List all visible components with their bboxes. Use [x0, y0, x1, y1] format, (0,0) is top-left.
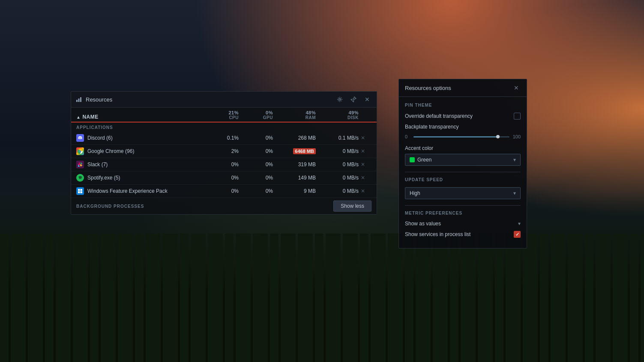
update-speed-value: High [410, 190, 420, 196]
slider-min: 0 [405, 134, 410, 139]
accent-color-chevron-icon: ▾ [513, 157, 516, 163]
show-less-button[interactable]: Show less [333, 200, 371, 212]
chrome-ram: 6468 MB [273, 148, 316, 154]
show-services-row: Show services in process list [405, 231, 521, 238]
override-transparency-checkbox[interactable] [514, 113, 521, 120]
options-titlebar: Resources options ✕ [399, 79, 527, 97]
close-button[interactable]: ✕ [362, 94, 372, 105]
windows-ram: 9 MB [273, 188, 316, 194]
discord-cpu: 0.1% [196, 135, 239, 141]
backplate-transparency-slider-row: 0 100 [405, 134, 521, 139]
pin-button[interactable] [348, 94, 359, 105]
discord-ram: 268 MB [273, 135, 316, 141]
options-panel-title: Resources options [405, 85, 451, 91]
svg-point-3 [339, 99, 341, 100]
svg-point-6 [79, 150, 81, 152]
spotify-disk: 0 MB/s [316, 175, 359, 181]
accent-color-row: Accent color Green ▾ [405, 145, 521, 166]
accent-color-dot [410, 157, 415, 162]
svg-rect-19 [81, 191, 83, 194]
spotify-ram: 149 MB [273, 175, 316, 181]
resources-window-icon [75, 96, 82, 103]
chrome-icon [76, 147, 84, 155]
slack-cpu: 0% [196, 162, 239, 168]
settings-button[interactable] [335, 94, 345, 105]
backplate-transparency-label: Backplate transparency [405, 124, 458, 130]
slack-icon [76, 161, 84, 168]
slider-container: 0 100 [405, 134, 521, 139]
col-ram-header: 48% RAM [273, 110, 316, 120]
table-row: Windows Feature Experience Pack 0% 0% 9 … [71, 185, 377, 198]
svg-rect-16 [78, 189, 80, 191]
svg-rect-8 [78, 164, 81, 165]
slider-thumb [496, 135, 500, 138]
applications-section-label: APPLICATIONS [71, 123, 377, 132]
spotify-icon [76, 174, 84, 182]
col-disk-header: 49% DISK [316, 110, 359, 120]
windows-icon [76, 187, 84, 195]
svg-rect-18 [78, 191, 80, 194]
chrome-gpu: 0% [239, 148, 273, 154]
svg-rect-14 [78, 166, 80, 167]
chrome-close-button[interactable]: ✕ [359, 147, 367, 156]
show-as-values-row: Show as values ▾ [405, 221, 521, 227]
override-transparency-row: Override default transparency [405, 113, 521, 120]
resources-window: Resources ✕ ▲ NAME 21% CPU 0% GPU [71, 91, 377, 215]
app-name-chrome: Google Chrome (96) [76, 147, 196, 155]
table-row: Spotify.exe (5) 0% 0% 149 MB 0 MB/s ✕ [71, 171, 377, 185]
update-speed-section-title: UPDATE SPEED [405, 177, 521, 182]
options-close-button[interactable]: ✕ [512, 84, 521, 92]
resources-window-title: Resources [86, 96, 331, 103]
slider-max: 100 [513, 134, 521, 139]
discord-gpu: 0% [239, 135, 273, 141]
svg-rect-2 [80, 97, 81, 102]
col-cpu-header: 21% CPU [196, 110, 239, 120]
svg-rect-0 [76, 100, 78, 102]
spotify-cpu: 0% [196, 175, 239, 181]
divider-2 [405, 205, 521, 206]
spotify-close-button[interactable]: ✕ [359, 174, 367, 182]
update-speed-dropdown[interactable]: High ▾ [405, 187, 521, 199]
svg-rect-10 [80, 165, 82, 166]
update-speed-chevron-icon: ▾ [513, 190, 516, 196]
sort-icon: ▲ [76, 115, 81, 120]
resources-titlebar: Resources ✕ [71, 92, 377, 108]
col-gpu-header: 0% GPU [239, 110, 273, 120]
discord-close-button[interactable]: ✕ [359, 134, 367, 142]
city-background [0, 191, 644, 362]
resources-options-panel: Resources options ✕ PIN THEME Override d… [398, 79, 527, 248]
app-name-slack: Slack (7) [76, 161, 196, 168]
slack-close-button[interactable]: ✕ [359, 160, 367, 169]
windows-gpu: 0% [239, 188, 273, 194]
windows-cpu: 0% [196, 188, 239, 194]
chrome-cpu: 2% [196, 148, 239, 154]
windows-close-button[interactable]: ✕ [359, 187, 367, 195]
spotify-gpu: 0% [239, 175, 273, 181]
discord-icon [76, 134, 84, 142]
app-name-discord: Discord (6) [76, 134, 196, 142]
app-name-windows: Windows Feature Experience Pack [76, 187, 196, 195]
svg-rect-12 [81, 163, 82, 164]
show-services-label: Show services in process list [405, 231, 470, 237]
table-row: Google Chrome (96) 2% 0% 6468 MB 0 MB/s … [71, 145, 377, 158]
slack-ram: 319 MB [273, 162, 316, 168]
app-name-spotify: Spotify.exe (5) [76, 174, 196, 182]
accent-color-dropdown[interactable]: Green ▾ [405, 154, 521, 166]
show-as-values-label: Show as values [405, 221, 441, 227]
update-speed-row: High ▾ [405, 187, 521, 199]
slack-gpu: 0% [239, 162, 273, 168]
svg-point-15 [77, 175, 83, 181]
discord-disk: 0.1 MB/s [316, 135, 359, 141]
svg-rect-1 [78, 99, 80, 102]
background-section-label: BACKGROUND PROCESSES [76, 204, 144, 209]
show-services-checkbox[interactable] [514, 231, 521, 238]
svg-rect-11 [81, 162, 81, 164]
backplate-transparency-slider[interactable] [413, 136, 509, 138]
show-as-values-chevron-icon: ▾ [518, 221, 521, 227]
table-row: Discord (6) 0.1% 0% 268 MB 0.1 MB/s ✕ [71, 132, 377, 145]
accent-color-label: Accent color [405, 145, 521, 151]
table-header: ▲ NAME 21% CPU 0% GPU 48% RAM 49% DISK [71, 108, 377, 123]
svg-rect-17 [81, 189, 83, 191]
slack-disk: 0 MB/s [316, 162, 359, 168]
chrome-disk: 0 MB/s [316, 148, 359, 154]
